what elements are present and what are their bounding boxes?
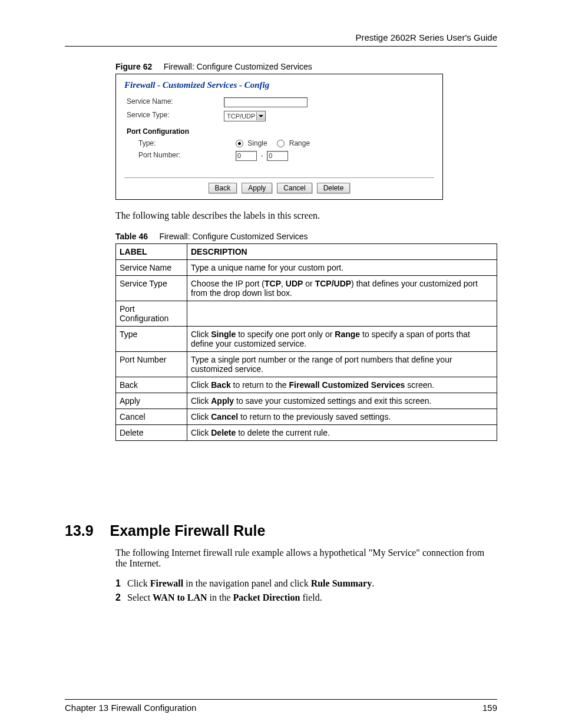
row-label: Back — [116, 377, 187, 393]
intro-text: The following table describes the labels… — [115, 210, 497, 221]
th-description: DESCRIPTION — [187, 244, 497, 260]
radio-range[interactable] — [277, 140, 285, 147]
row-description — [187, 301, 497, 327]
figure-caption: Figure 62 Firewall: Configure Customized… — [115, 62, 497, 71]
table-row: TypeClick Single to specify one port onl… — [116, 327, 497, 352]
section-heading: 13.9 Example Firewall Rule — [65, 522, 497, 539]
step-number: 2 — [115, 592, 127, 603]
figure-number: Figure 62 — [115, 62, 152, 71]
table-title: Firewall: Configure Customized Services — [159, 232, 308, 241]
page-header: Prestige 2602R Series User's Guide — [65, 32, 497, 42]
port-from-input[interactable]: 0 — [236, 151, 257, 161]
dropdown-button[interactable] — [256, 112, 265, 120]
table-row: ApplyClick Apply to save your customized… — [116, 393, 497, 409]
row-label: Port Number — [116, 352, 187, 377]
radio-single-label: Single — [247, 139, 267, 147]
apply-button[interactable]: Apply — [242, 183, 272, 193]
service-type-label: Service Type: — [124, 111, 224, 121]
footer-chapter: Chapter 13 Firewall Configuration — [65, 703, 196, 713]
port-to-input[interactable]: 0 — [267, 151, 288, 161]
table-row: DeleteClick Delete to delete the current… — [116, 425, 497, 441]
port-number-label: Port Number: — [124, 151, 236, 161]
type-label: Type: — [124, 139, 236, 147]
row-label: Delete — [116, 425, 187, 441]
table-row: BackClick Back to return to the Firewall… — [116, 377, 497, 393]
chevron-down-icon — [259, 115, 263, 117]
header-rule — [65, 46, 497, 47]
port-dash: - — [261, 151, 263, 160]
footer-rule — [65, 699, 497, 700]
radio-range-label: Range — [289, 139, 310, 147]
step-text: Click Firewall in the navigation panel a… — [127, 578, 374, 589]
section-number: 13.9 — [65, 522, 94, 539]
back-button[interactable]: Back — [209, 183, 237, 193]
table-row: Service TypeChoose the IP port (TCP, UDP… — [116, 276, 497, 301]
row-description: Click Back to return to the Firewall Cus… — [187, 377, 497, 393]
list-item: 1Click Firewall in the navigation panel … — [115, 578, 497, 589]
delete-button[interactable]: Delete — [317, 183, 351, 193]
figure-title: Firewall: Configure Customized Services — [164, 62, 312, 71]
table-row: CancelClick Cancel to return to the prev… — [116, 409, 497, 425]
figure-panel: Firewall - Customized Services - Config … — [115, 74, 443, 200]
row-description: Type a unique name for your custom port. — [187, 260, 497, 276]
row-label: Service Type — [116, 276, 187, 301]
service-name-input[interactable] — [224, 97, 308, 107]
service-name-label: Service Name: — [124, 97, 224, 107]
section-title: Example Firewall Rule — [110, 522, 265, 539]
service-type-value: TCP/UDP — [226, 113, 256, 120]
service-type-select[interactable]: TCP/UDP — [224, 111, 266, 121]
table-caption: Table 46 Firewall: Configure Customized … — [115, 232, 497, 241]
table-row: Port NumberType a single port number or … — [116, 352, 497, 377]
row-description: Click Cancel to return to the previously… — [187, 409, 497, 425]
step-number: 1 — [115, 578, 127, 589]
row-description: Type a single port number or the range o… — [187, 352, 497, 377]
row-description: Click Apply to save your customized sett… — [187, 393, 497, 409]
guide-title: Prestige 2602R Series User's Guide — [356, 32, 497, 42]
row-description: Click Delete to delete the current rule. — [187, 425, 497, 441]
list-item: 2Select WAN to LAN in the Packet Directi… — [115, 592, 497, 603]
description-table: LABEL DESCRIPTION Service NameType a uni… — [115, 243, 497, 441]
table-row: Service NameType a unique name for your … — [116, 260, 497, 276]
radio-single[interactable] — [236, 140, 243, 147]
cancel-button[interactable]: Cancel — [277, 183, 312, 193]
table-row: Port Configuration — [116, 301, 497, 327]
table-number: Table 46 — [115, 232, 148, 241]
row-label: Cancel — [116, 409, 187, 425]
port-config-heading: Port Configuration — [124, 127, 434, 136]
row-description: Choose the IP port (TCP, UDP or TCP/UDP)… — [187, 276, 497, 301]
row-label: Service Name — [116, 260, 187, 276]
row-label: Type — [116, 327, 187, 352]
panel-title: Firewall - Customized Services - Config — [124, 80, 434, 90]
row-label: Apply — [116, 393, 187, 409]
row-description: Click Single to specify one port only or… — [187, 327, 497, 352]
section-intro: The following Internet firewall rule exa… — [115, 548, 497, 569]
footer-page: 159 — [482, 703, 497, 713]
step-text: Select WAN to LAN in the Packet Directio… — [127, 592, 322, 603]
page-footer: Chapter 13 Firewall Configuration 159 — [65, 703, 497, 713]
row-label: Port Configuration — [116, 301, 187, 327]
th-label: LABEL — [116, 244, 187, 260]
